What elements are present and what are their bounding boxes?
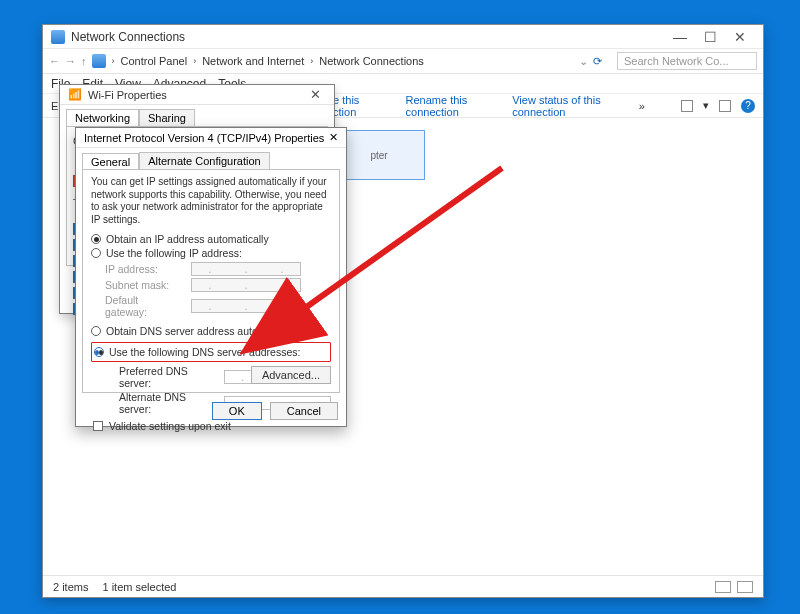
radio-icon — [91, 248, 101, 258]
network-connections-icon — [51, 30, 65, 44]
minimize-button[interactable]: — — [665, 27, 695, 47]
explorer-titlebar[interactable]: Network Connections — ☐ ✕ — [43, 25, 763, 49]
radio-use-ip-manual[interactable]: Use the following IP address: — [91, 246, 331, 260]
view-status-link[interactable]: View status of this connection — [512, 94, 621, 118]
status-item-count: 2 items — [53, 581, 88, 593]
default-gateway-input: ... — [191, 299, 301, 313]
large-icons-view-icon[interactable] — [737, 581, 753, 593]
close-icon[interactable]: ✕ — [304, 87, 326, 102]
ok-button[interactable]: OK — [212, 402, 262, 420]
radio-icon — [94, 347, 104, 357]
overflow-icon[interactable]: » — [639, 100, 645, 112]
subnet-mask-label: Subnet mask: — [105, 279, 183, 291]
tab-sharing[interactable]: Sharing — [139, 109, 195, 126]
advanced-button[interactable]: Advanced... — [251, 366, 331, 384]
search-input[interactable]: Search Network Co... — [617, 52, 757, 70]
close-icon[interactable]: ✕ — [329, 131, 338, 144]
cancel-button[interactable]: Cancel — [270, 402, 338, 420]
ip-address-input: ... — [191, 262, 301, 276]
close-button[interactable]: ✕ — [725, 27, 755, 47]
view-options-icon[interactable] — [681, 100, 693, 112]
tab-general[interactable]: General — [82, 153, 139, 170]
nav-forward-icon[interactable]: → — [65, 55, 76, 67]
subnet-mask-input: ... — [191, 278, 301, 292]
breadcrumb-item[interactable]: Network and Internet — [202, 55, 304, 67]
ipv4-description: You can get IP settings assigned automat… — [91, 176, 331, 226]
preferred-dns-label: Preferred DNS server: — [119, 365, 216, 389]
details-view-icon[interactable] — [715, 581, 731, 593]
chevron-right-icon: › — [112, 56, 115, 66]
breadcrumb-item[interactable]: Control Panel — [121, 55, 188, 67]
dropdown-icon[interactable]: ⌄ — [579, 55, 588, 68]
breadcrumb-item[interactable]: Network Connections — [319, 55, 424, 67]
default-gateway-label: Default gateway: — [105, 294, 183, 318]
address-bar-row: ← → ↑ › Control Panel › Network and Inte… — [43, 49, 763, 74]
ipv4-titlebar[interactable]: Internet Protocol Version 4 (TCP/IPv4) P… — [76, 128, 346, 148]
dns-manual-highlight: Use the following DNS server addresses: — [91, 342, 331, 362]
maximize-button[interactable]: ☐ — [695, 27, 725, 47]
ipv4-tabs: General Alternate Configuration — [76, 148, 346, 169]
chevron-right-icon: › — [310, 56, 313, 66]
preview-pane-icon[interactable] — [719, 100, 731, 112]
status-bar: 2 items 1 item selected — [43, 575, 763, 597]
wifi-tabs: Networking Sharing — [60, 105, 334, 126]
radio-use-dns-manual[interactable]: Use the following DNS server addresses: — [94, 345, 328, 359]
ipv4-properties-dialog: Internet Protocol Version 4 (TCP/IPv4) P… — [75, 127, 347, 427]
tab-networking[interactable]: Networking — [66, 109, 139, 126]
wifi-titlebar[interactable]: 📶 Wi-Fi Properties ✕ — [60, 85, 334, 105]
nav-back-icon[interactable]: ← — [49, 55, 60, 67]
control-panel-icon — [92, 54, 106, 68]
search-placeholder: Search Network Co... — [624, 55, 729, 67]
radio-obtain-dns-auto[interactable]: Obtain DNS server address automatically — [91, 324, 331, 338]
refresh-icon[interactable]: ⟳ — [593, 55, 602, 68]
wifi-icon: 📶 — [68, 88, 82, 101]
nav-up-icon[interactable]: ↑ — [81, 55, 87, 67]
window-title: Network Connections — [71, 30, 659, 44]
rename-connection-link[interactable]: Rename this connection — [406, 94, 495, 118]
address-bar[interactable]: › Control Panel › Network and Internet ›… — [92, 54, 575, 68]
help-icon[interactable]: ? — [741, 99, 755, 113]
status-selection: 1 item selected — [102, 581, 176, 593]
radio-obtain-ip-auto[interactable]: Obtain an IP address automatically — [91, 232, 331, 246]
chevron-right-icon: › — [193, 56, 196, 66]
ip-address-label: IP address: — [105, 263, 183, 275]
checkbox-icon — [93, 421, 103, 431]
tab-alternate-configuration[interactable]: Alternate Configuration — [139, 152, 270, 169]
radio-icon — [91, 234, 101, 244]
radio-icon — [91, 326, 101, 336]
ipv4-dialog-title: Internet Protocol Version 4 (TCP/IPv4) P… — [84, 132, 329, 144]
ipv4-tab-panel: You can get IP settings assigned automat… — [82, 169, 340, 393]
wifi-dialog-title: Wi-Fi Properties — [88, 89, 298, 101]
